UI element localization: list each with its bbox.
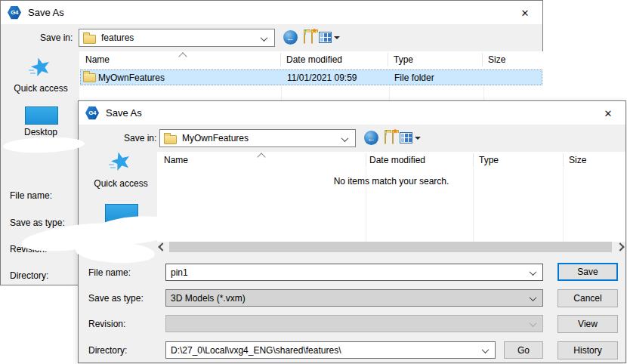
nav-toolbar: ← ↑ * [364,131,421,145]
revision-select [165,315,543,332]
save-in-value: features [101,32,134,43]
directory-label-back: Directory: [10,270,48,281]
view-button[interactable]: View [558,315,618,333]
sidebar-item-quick-access[interactable]: Quick access [88,178,153,189]
history-button[interactable]: History [558,341,618,359]
g4-app-icon: G4 [85,106,99,120]
file-name-value: pin1 [171,267,188,278]
revision-label: Revision: [88,319,125,329]
titlebar-front[interactable]: G4 Save As [79,101,625,125]
save-as-type-label: Save as type: [88,293,144,304]
up-one-level-icon[interactable]: ↑ [304,32,305,43]
chevron-down-icon [530,319,537,327]
chevron-down-icon [482,346,490,353]
directory-label: Directory: [88,345,127,356]
titlebar-back[interactable]: G4 Save As [1,1,542,24]
sort-ascending-icon [257,153,265,161]
desktop-icon[interactable] [25,106,58,125]
back-icon[interactable]: ← [364,131,378,145]
new-folder-icon[interactable]: * [392,133,394,143]
column-header-name[interactable]: Name [85,54,110,65]
scrollbar-thumb[interactable] [169,242,612,252]
nav-toolbar: ← ↑ * [283,30,340,45]
directory-value: D:\27_0\Local\vxg4_ENG\shared\features\ [171,345,341,356]
quick-access-icon[interactable] [29,55,53,79]
scroll-left-icon[interactable] [158,242,166,251]
sort-ascending-icon [178,52,187,60]
row-type: File folder [394,72,434,83]
folder-icon [164,135,177,144]
folder-icon [83,35,96,44]
close-icon[interactable]: ✕ [597,105,619,122]
cancel-button[interactable]: Cancel [558,289,618,307]
column-header-type[interactable]: Type [394,54,413,65]
row-name: MyOwnFeatures [98,72,165,83]
table-row[interactable]: MyOwnFeatures 11/01/2021 09:59 File fold… [80,69,542,85]
save-in-combobox[interactable]: features [79,29,275,47]
caret-down-icon [415,137,421,140]
view-menu-button[interactable] [319,32,340,43]
save-as-type-value: 3D Models (*.vxm) [171,293,246,304]
sidebar-item-desktop[interactable]: Desktop [8,127,73,137]
column-header-type[interactable]: Type [479,155,499,165]
save-as-type-label-back: Save as type: [10,217,65,228]
save-in-label: Save in: [124,133,156,143]
file-name-label-back: File name: [10,190,52,201]
horizontal-scrollbar[interactable] [157,242,625,252]
directory-input[interactable]: D:\27_0\Local\vxg4_ENG\shared\features\ [165,341,496,359]
save-in-combobox[interactable]: MyOwnFeatures [159,129,356,147]
column-header-name[interactable]: Name [164,155,188,165]
view-menu-icon [319,32,332,43]
screen: G4 Save As ✕ Save in: features ← ↑ * [0,0,627,364]
g4-app-icon: G4 [8,6,21,20]
chevron-down-icon [341,134,349,142]
file-list: Name Date modified Type Size No items ma… [157,152,625,242]
scroll-right-icon[interactable] [616,242,624,251]
row-date-modified: 11/01/2021 09:59 [287,72,357,83]
new-folder-icon[interactable]: * [311,32,313,43]
dialog-title: Save As [28,7,64,18]
quick-access-icon[interactable] [109,150,133,174]
save-in-value: MyOwnFeatures [182,133,249,143]
column-header-size[interactable]: Size [569,155,586,165]
close-icon[interactable]: ✕ [514,5,536,21]
folder-icon [83,73,96,82]
chevron-down-icon [530,268,537,276]
view-menu-icon [400,132,412,143]
dialog-title: Save As [106,107,142,119]
go-button[interactable]: Go [504,341,543,359]
column-header-date-modified[interactable]: Date modified [369,155,425,165]
file-name-label: File name: [88,267,131,278]
save-in-label: Save in: [40,32,73,43]
back-icon[interactable]: ← [283,30,298,45]
column-header-date-modified[interactable]: Date modified [286,54,342,65]
up-one-level-icon[interactable]: ↑ [385,133,386,143]
file-name-input[interactable]: pin1 [165,264,543,281]
save-button[interactable]: Save [558,263,618,281]
chevron-down-icon [530,294,537,301]
caret-down-icon [334,36,340,39]
view-menu-button[interactable] [400,132,421,143]
column-header-size[interactable]: Size [488,54,505,65]
save-as-type-select[interactable]: 3D Models (*.vxm) [165,289,543,307]
empty-list-message: No items match your search. [157,176,625,187]
sidebar-item-quick-access[interactable]: Quick access [8,83,73,94]
chevron-down-icon [261,34,268,42]
